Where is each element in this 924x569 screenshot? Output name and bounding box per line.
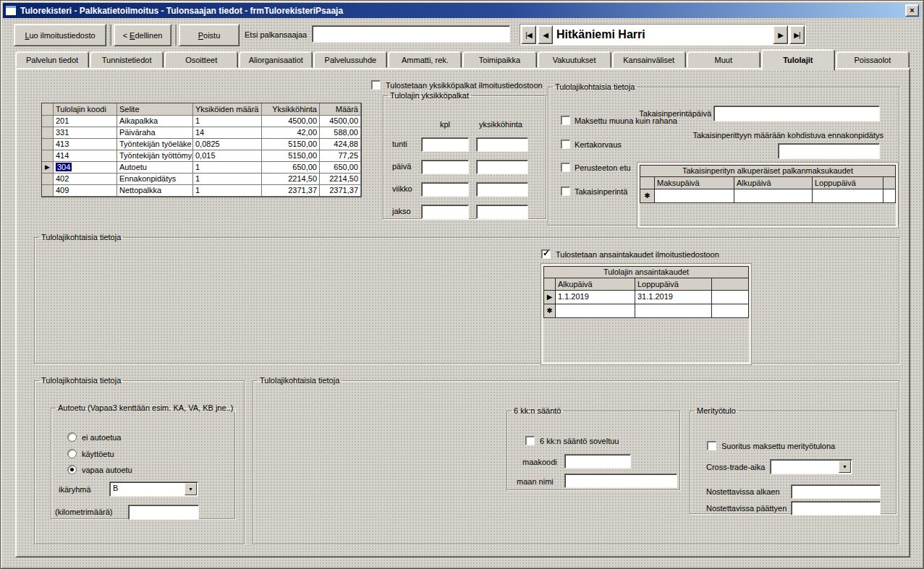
cell-alkupaiva[interactable]: 1.1.2019 <box>556 291 635 304</box>
jakso-kpl-input[interactable] <box>421 205 469 219</box>
row-selector[interactable] <box>42 150 54 162</box>
cell-selite[interactable]: Työntekijän työeläke <box>117 139 193 150</box>
chevron-down-icon[interactable]: ▼ <box>185 483 197 495</box>
cell-selite[interactable]: Ennakonpidätys <box>117 174 193 185</box>
row-marker-icon[interactable]: ▶ <box>544 291 556 304</box>
cell-alkupaiva[interactable] <box>734 189 813 202</box>
age-group-dropdown[interactable]: B ▼ <box>109 482 198 497</box>
nav-last-icon[interactable]: ▶| <box>789 25 805 44</box>
cell-hinta[interactable]: 42,00 <box>262 127 320 139</box>
cell-maara[interactable]: 650,00 <box>320 162 361 174</box>
tab-palvelussuhde[interactable]: Palvelussuhde <box>313 51 387 68</box>
cell-koodi[interactable]: 201 <box>54 116 117 127</box>
cell-hinta[interactable]: 2371,37 <box>262 185 320 197</box>
tab-vakuutukset[interactable]: Vakuutukset <box>538 51 611 68</box>
cell-loppupaiva[interactable] <box>813 189 883 202</box>
cell-yksikot[interactable]: 14 <box>193 127 262 139</box>
row-marker-icon[interactable]: ▶ <box>42 162 54 174</box>
cross-trade-dropdown[interactable]: ▼ <box>770 459 852 474</box>
cell-yksikot[interactable]: 0,0825 <box>193 139 262 150</box>
nav-first-icon[interactable]: |◀ <box>521 25 536 44</box>
nav-next-icon[interactable]: ▶ <box>773 25 788 44</box>
chevron-down-icon[interactable]: ▼ <box>839 461 851 473</box>
cell-maara[interactable]: 2214,50 <box>320 174 361 185</box>
print-earning-periods-checkbox[interactable]: ✓ <box>541 249 551 259</box>
new-row-marker-icon[interactable]: ✱ <box>640 189 655 202</box>
unjust-enrichment-checkbox[interactable] <box>561 163 570 172</box>
cell-koodi[interactable]: 331 <box>54 127 117 139</box>
search-employee-input[interactable] <box>312 25 510 43</box>
cell-loppupaiva[interactable]: 31.1.2019 <box>635 291 712 304</box>
withdraw-end-input[interactable] <box>791 501 881 515</box>
new-row-marker-icon[interactable]: ✱ <box>544 304 556 317</box>
cell-hinta[interactable]: 4500,00 <box>262 116 320 127</box>
tunti-kpl-input[interactable] <box>421 137 469 152</box>
cell-koodi[interactable]: 413 <box>54 139 117 150</box>
paiva-kpl-input[interactable] <box>421 160 469 174</box>
cell-selite[interactable]: Työntekijän työttömy. <box>117 150 193 162</box>
tab-palvelun-tiedot[interactable]: Palvelun tiedot <box>15 51 89 68</box>
country-name-input[interactable] <box>564 474 677 488</box>
row-selector[interactable] <box>42 116 54 127</box>
tab-poissaolot[interactable]: Poissaolot <box>836 51 910 68</box>
cell-koodi[interactable]: 414 <box>54 150 117 162</box>
withdraw-start-input[interactable] <box>791 484 881 499</box>
cell-maara[interactable]: 588,00 <box>320 127 361 139</box>
previous-button[interactable]: < Edellinen <box>114 24 171 46</box>
cell-selite[interactable]: Päiväraha <box>117 127 193 139</box>
tab-kansainvaliset[interactable]: Kansainväliset <box>612 51 686 68</box>
row-selector[interactable] <box>42 127 54 139</box>
nav-previous-icon[interactable]: ◀ <box>538 25 553 44</box>
country-code-input[interactable] <box>564 454 631 469</box>
jakso-hinta-input[interactable] <box>476 205 528 219</box>
cell-maara[interactable]: 77,25 <box>320 150 361 162</box>
create-report-file-button[interactable]: Luo ilmoitustiedosto <box>14 24 106 46</box>
cell-yksikot[interactable]: 0,015 <box>193 150 262 162</box>
paid-other-than-money-checkbox[interactable] <box>561 116 570 125</box>
row-selector[interactable] <box>42 185 54 197</box>
viikko-kpl-input[interactable] <box>421 182 469 197</box>
cell-hinta[interactable]: 5150,00 <box>262 139 320 150</box>
row-selector[interactable] <box>42 139 54 150</box>
recovery-withholding-input[interactable] <box>778 143 880 159</box>
cell-maksupaiva[interactable] <box>655 189 734 202</box>
exit-button[interactable]: Poistu <box>179 24 240 46</box>
cell-maara[interactable]: 424,88 <box>320 139 361 150</box>
cell-maara[interactable]: 2371,37 <box>320 185 361 197</box>
cell-hinta[interactable]: 5150,00 <box>262 150 320 162</box>
tab-muut[interactable]: Muut <box>687 51 760 68</box>
cell-selite[interactable]: Aikapalkka <box>117 116 193 127</box>
cell-hinta[interactable]: 650,00 <box>262 162 320 174</box>
tab-aliorganisaatiot[interactable]: Aliorganisaatiot <box>239 51 313 68</box>
close-icon[interactable]: × <box>905 4 919 17</box>
cell-koodi-selected[interactable]: 304 <box>54 162 117 174</box>
cell-selite[interactable]: Autoetu <box>117 162 193 174</box>
cell-koodi[interactable]: 402 <box>54 174 117 185</box>
paid-as-sea-income-checkbox[interactable] <box>707 441 716 450</box>
lump-sum-checkbox[interactable] <box>561 140 570 149</box>
cell-koodi[interactable]: 409 <box>54 185 117 197</box>
tab-osoitteet[interactable]: Osoitteet <box>164 51 238 68</box>
print-unit-wages-checkbox[interactable] <box>371 80 381 90</box>
tab-tunnistetiedot[interactable]: Tunnistetiedot <box>90 51 164 68</box>
recovery-checkbox[interactable] <box>561 187 570 196</box>
cell-maara[interactable]: 4500,00 <box>320 116 361 127</box>
cell-alkupaiva[interactable] <box>556 304 635 317</box>
six-month-rule-applies-checkbox[interactable] <box>525 436 535 445</box>
viikko-hinta-input[interactable] <box>476 182 528 197</box>
cell-yksikot[interactable]: 1 <box>193 116 262 127</box>
no-car-benefit-radio[interactable] <box>67 432 77 442</box>
cell-yksikot[interactable]: 1 <box>193 174 262 185</box>
tab-toimipaikka[interactable]: Toimipaikka <box>462 51 536 68</box>
tunti-hinta-input[interactable] <box>476 137 528 152</box>
cell-yksikot[interactable]: 1 <box>193 185 262 197</box>
kilometers-input[interactable] <box>128 505 199 520</box>
tab-ammatti-rek[interactable]: Ammatti, rek. <box>388 51 462 68</box>
cell-yksikot[interactable]: 1 <box>193 162 262 174</box>
recovery-date-input[interactable] <box>713 106 880 121</box>
cell-hinta[interactable]: 2214,50 <box>262 174 320 185</box>
row-selector[interactable] <box>42 174 54 185</box>
cell-loppupaiva[interactable] <box>635 304 712 317</box>
paiva-hinta-input[interactable] <box>476 160 528 174</box>
free-car-benefit-radio[interactable] <box>67 465 77 474</box>
